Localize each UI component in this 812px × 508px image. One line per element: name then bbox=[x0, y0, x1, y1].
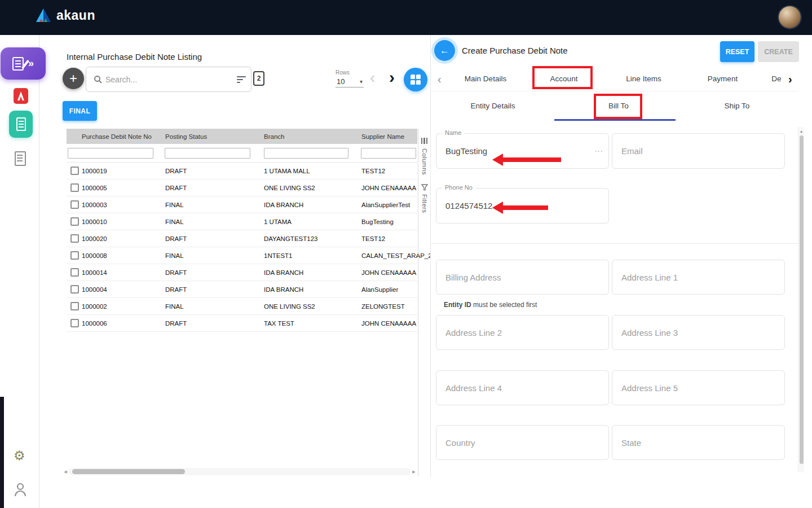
col-header-note-no[interactable]: Purchase Debit Note No bbox=[82, 133, 165, 140]
subtab-ship-to[interactable]: Ship To bbox=[709, 91, 765, 121]
filter-note-no-input[interactable] bbox=[68, 148, 153, 159]
ledger-icon[interactable] bbox=[15, 151, 26, 166]
horizontal-scrollbar[interactable]: ◂ ▸ bbox=[62, 467, 417, 476]
tab-line-items[interactable]: Line Items bbox=[611, 67, 676, 91]
more-options-icon[interactable]: ⋯ bbox=[594, 146, 603, 156]
user-avatar[interactable] bbox=[779, 6, 801, 28]
email-field[interactable] bbox=[612, 133, 785, 169]
create-button[interactable]: CREATE bbox=[758, 41, 799, 62]
filter-supplier-name-input[interactable] bbox=[361, 148, 416, 159]
col-header-posting-status[interactable]: Posting Status bbox=[165, 133, 264, 140]
scroll-up-icon[interactable]: ▴ bbox=[798, 127, 804, 134]
cell-note-no: 1000020 bbox=[82, 235, 165, 242]
address-line-1-input[interactable] bbox=[612, 260, 784, 294]
address-line-5-input[interactable] bbox=[612, 371, 784, 405]
filter-list-icon[interactable] bbox=[237, 76, 247, 85]
search-input[interactable] bbox=[105, 67, 248, 91]
entity-id-note: Entity ID must be selected first bbox=[444, 301, 537, 309]
subtab-bill-to[interactable]: Bill To bbox=[593, 91, 645, 121]
row-checkbox[interactable] bbox=[70, 200, 79, 209]
name-field[interactable]: Name ⋯ bbox=[436, 133, 609, 169]
topbar: akaun bbox=[0, 0, 812, 35]
address-line-1-field[interactable] bbox=[612, 260, 785, 295]
row-checkbox[interactable] bbox=[70, 268, 79, 277]
row-checkbox[interactable] bbox=[70, 217, 79, 226]
row-checkbox[interactable] bbox=[70, 251, 79, 260]
cell-supplier-name: TEST12 bbox=[361, 168, 417, 174]
country-input[interactable] bbox=[436, 426, 608, 459]
billing-address-field[interactable] bbox=[436, 260, 609, 295]
table-row[interactable]: 1000010 FINAL 1 UTAMA BugTesting bbox=[67, 213, 417, 230]
table-header-row: Purchase Debit Note No Posting Status Br… bbox=[67, 129, 417, 144]
phone-field[interactable]: Phone No bbox=[436, 188, 609, 224]
prev-page-chevron[interactable]: ‹ bbox=[370, 70, 375, 86]
address-line-3-field[interactable] bbox=[612, 315, 785, 350]
address-line-4-field[interactable] bbox=[436, 370, 609, 405]
scroll-left-icon[interactable]: ◂ bbox=[62, 468, 69, 475]
final-filter-button[interactable]: FINAL bbox=[63, 101, 97, 121]
reset-button[interactable]: RESET bbox=[720, 41, 754, 62]
row-checkbox[interactable] bbox=[70, 319, 79, 327]
akaun-logo[interactable]: akaun bbox=[35, 7, 95, 23]
cell-note-no: 1000002 bbox=[82, 303, 165, 310]
row-checkbox[interactable] bbox=[70, 183, 79, 192]
address-line-5-field[interactable] bbox=[612, 370, 785, 405]
col-header-branch[interactable]: Branch bbox=[264, 133, 361, 140]
state-input[interactable] bbox=[612, 426, 784, 459]
country-field[interactable] bbox=[436, 425, 609, 460]
pages-icon[interactable]: 2 bbox=[253, 71, 264, 86]
cell-posting-status: FINAL bbox=[165, 218, 264, 225]
table-row[interactable]: 1000020 DRAFT DAYANGTEST123 TEST12 bbox=[67, 230, 417, 247]
tabs-scroll-right-icon[interactable]: › bbox=[788, 71, 792, 87]
table-row[interactable]: 1000008 FINAL 1NTEST1 CALAN_TEST_ARAP_2 bbox=[67, 247, 417, 264]
tab-delivery-truncated[interactable]: De bbox=[769, 67, 784, 91]
address-line-3-input[interactable] bbox=[612, 316, 784, 349]
row-checkbox[interactable] bbox=[70, 285, 79, 294]
table-row[interactable]: 1000004 DRAFT IDA BRANCH AlanSupplier bbox=[67, 281, 417, 298]
tab-payment[interactable]: Payment bbox=[696, 67, 749, 91]
billing-address-input[interactable] bbox=[436, 260, 608, 294]
vertical-scrollbar[interactable]: ▴ bbox=[798, 127, 804, 472]
subtab-entity-details[interactable]: Entity Details bbox=[452, 91, 534, 121]
filters-panel-toggle[interactable]: Filters bbox=[421, 194, 428, 213]
scroll-right-icon[interactable]: ▸ bbox=[411, 468, 417, 475]
col-header-supplier-name[interactable]: Supplier Name bbox=[361, 133, 417, 140]
table-row[interactable]: 1000005 DRAFT ONE LIVING SS2 JOHN CENAAA… bbox=[67, 179, 417, 196]
address-line-2-field[interactable] bbox=[436, 315, 609, 350]
back-button[interactable]: ← bbox=[434, 40, 455, 61]
search-box bbox=[86, 67, 251, 92]
address-line-2-input[interactable] bbox=[436, 316, 608, 349]
table-row[interactable]: 1000003 FINAL IDA BRANCH AlanSupplierTes… bbox=[67, 196, 417, 213]
h-scrollbar-thumb[interactable] bbox=[72, 469, 185, 474]
table-row[interactable]: 1000019 DRAFT 1 UTAMA MALL TEST12 bbox=[67, 163, 417, 179]
tab-main-details[interactable]: Main Details bbox=[452, 67, 519, 91]
table-row[interactable]: 1000006 DRAFT TAX TEST JOHN CENAAAAA bbox=[67, 315, 417, 332]
columns-panel-toggle[interactable]: Columns bbox=[421, 148, 428, 175]
pdf-app-icon[interactable] bbox=[12, 87, 29, 105]
sidebar-active-module-badge[interactable]: » bbox=[1, 47, 46, 80]
state-field[interactable] bbox=[612, 425, 785, 460]
phone-input[interactable] bbox=[436, 189, 608, 223]
rows-per-page-select[interactable]: Rows 10 ▾ bbox=[336, 69, 364, 87]
row-checkbox[interactable] bbox=[70, 167, 79, 175]
v-scrollbar-thumb[interactable] bbox=[800, 135, 804, 464]
filter-posting-status-input[interactable] bbox=[165, 148, 250, 159]
table-row[interactable]: 1000002 FINAL ONE LIVING SS2 ZELONGTEST bbox=[67, 298, 417, 315]
cell-posting-status: DRAFT bbox=[165, 320, 264, 327]
address-line-4-input[interactable] bbox=[436, 371, 608, 405]
email-input[interactable] bbox=[612, 134, 784, 168]
profile-person-icon[interactable] bbox=[14, 482, 27, 499]
tab-account[interactable]: Account bbox=[536, 67, 592, 91]
next-page-chevron[interactable]: › bbox=[389, 69, 395, 86]
filter-branch-input[interactable] bbox=[264, 148, 348, 159]
journal-module-button[interactable] bbox=[9, 111, 33, 138]
table-row[interactable]: 1000014 DRAFT IDA BRANCH JOHN CENAAAAA bbox=[67, 264, 417, 281]
settings-gear-icon[interactable]: ⚙ bbox=[14, 449, 25, 462]
add-debit-note-button[interactable]: + bbox=[63, 68, 84, 89]
row-checkbox[interactable] bbox=[70, 234, 79, 243]
row-checkbox[interactable] bbox=[70, 302, 79, 310]
name-input[interactable] bbox=[436, 134, 608, 168]
h-scrollbar-track[interactable] bbox=[69, 468, 411, 475]
grid-view-button[interactable] bbox=[404, 68, 427, 91]
tabs-scroll-left-icon[interactable]: ‹ bbox=[438, 71, 442, 87]
